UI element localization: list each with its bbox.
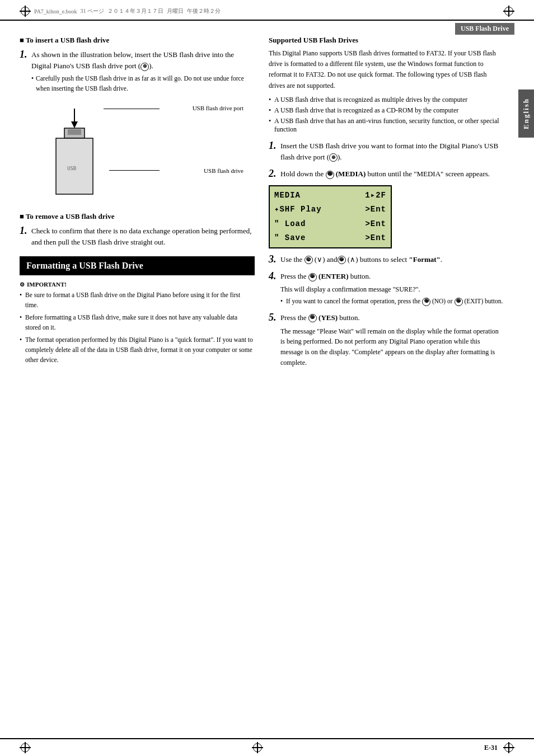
important-box: IMPORTANT! Be sure to format a USB flash… [20,281,255,365]
sb-text-1: A USB flash drive that is recognized as … [274,96,467,104]
lcd-row-3-right: >Ent [365,217,386,231]
lcd-row-1-right: 1▸2F [365,189,386,203]
lcd-row-4-left: " Save [274,231,306,245]
reg-mark-left [20,6,31,17]
important-item-1: Be sure to format a USB flash drive on t… [20,290,255,311]
left-column: To insert a USB flash drive 1. As shown … [20,36,255,373]
remove-step-number: 1. [20,226,29,236]
step3-icon2: ⓰ [338,256,346,264]
page-number: E-31 [484,744,498,752]
language-tab-text: English [522,98,530,129]
step3-end: buttons to select "Format". [360,255,442,264]
step1-text: Insert the USB flash drive you want to f… [280,142,498,161]
important-item-2: Before formatting a USB flash drive, mak… [20,312,255,333]
step5-end: button. [339,313,359,322]
meta-page: 31 ページ [81,7,105,15]
insert-step-text: As shown in the illustration below, inse… [31,50,234,70]
meta-day: 月曜日 [167,7,184,15]
lcd-row-1: MEDIA 1▸2F [274,189,386,203]
lcd-row-3: " Load >Ent [274,217,386,231]
right-step-4-number: 4. [269,271,278,281]
page-container: PA7_kihon_e.book 31 ページ ２０１４年３月１７日 月曜日 午… [0,0,534,756]
important-text-3: The format operation performed by this D… [25,336,253,364]
insert-step-1: 1. As shown in the illustration below, i… [20,49,255,95]
lcd-row-2-right: >Ent [365,203,386,217]
step1-port-icon: ⊕ [329,153,338,162]
important-label-text: IMPORTANT! [27,281,67,288]
step4-bold: (ENTER) [317,272,350,280]
insert-sub-bullets: Carefully push the USB flash drive in as… [31,74,255,93]
meta-file: PA7_kihon_e.book [34,8,77,15]
important-item-3: The format operation performed by this D… [20,335,255,365]
right-step-2-number: 2. [269,168,278,179]
important-text-1: Be sure to format a USB flash drive on t… [25,292,240,308]
important-text-2: Before formatting a USB flash drive, mak… [25,314,237,331]
right-step-1-body: Insert the USB flash drive you want to f… [280,140,504,163]
insert-step-number: 1. [20,49,29,59]
step4-bullet-text: If you want to cancel the format operati… [286,298,422,304]
meta-time: 午後２時２分 [187,7,221,15]
usb-flash-drive-title: USB Flash Drive [455,23,514,35]
step4-exit-icon: ⓱ [455,298,463,306]
svg-marker-1 [71,121,78,128]
step4-exit-label: (EXIT) button. [463,298,503,304]
bottom-bar: E-31 [0,738,534,756]
remove-step-1: 1. Check to confirm that there is no dat… [20,226,255,248]
step5-body-text: The message "Please Wait" will remain on… [280,326,504,368]
insert-bullet-text: Carefully push the USB flash drive in as… [36,74,255,93]
step5-text: Press the [280,313,308,322]
lcd-row-4-right: >Ent [365,231,386,245]
lcd-row-1-left: MEDIA [274,189,301,203]
right-step-3: 3. Use the ⓯ (∨) and⓰ (∧) buttons to sel… [269,254,504,265]
right-step-4-body: Press the ⓱ (ENTER) button. This will di… [280,271,504,307]
step4-icon: ⓱ [308,273,317,281]
right-step-5: 5. Press the ⓱ (YES) button. The message… [269,312,504,368]
step3-icon1: ⓯ [305,256,313,264]
usb-diagram: USB flash drive port USB [25,100,249,206]
reg-mark-bottom-left [20,742,31,753]
step3-label1: (∨) [313,255,327,264]
insert-heading: To insert a USB flash drive [20,36,255,45]
right-step-5-number: 5. [269,312,278,322]
meta-date: ２０１４年３月１７日 [107,7,163,15]
sb-text-3: A USB flash drive that has an anti-virus… [274,117,499,133]
insert-bullet-1: Carefully push the USB flash drive in as… [31,74,255,93]
supported-heading: Supported USB Flash Drives [269,36,504,45]
step4-no-icon: ⓱ [422,298,430,306]
svg-text:USB: USB [67,166,76,171]
step4-sub-text: This will display a confirmation message… [280,285,420,293]
right-step-3-body: Use the ⓯ (∨) and⓰ (∧) buttons to select… [280,254,504,265]
step2-text: Hold down the [280,170,326,178]
right-step-2-body: Hold down the ⓫ (MEDIA) button until the… [280,168,504,180]
step4-text: Press the [280,272,308,280]
step4-no-label: (NO) or [430,298,454,304]
supported-bullet-3: A USB flash drive that has an anti-virus… [269,117,504,134]
right-step-1: 1. Insert the USB flash drive you want t… [269,140,504,163]
reg-mark-bottom-center [252,742,263,753]
right-step-5-body: Press the ⓱ (YES) button. The message "P… [280,312,504,368]
language-tab: English [518,90,534,138]
insert-step-end: ). [149,62,153,70]
step4-sub: This will display a confirmation message… [280,284,504,295]
remove-heading: To remove a USB flash drive [20,212,255,221]
step2-end: button until the "MEDIA" screen appears. [367,170,490,178]
diagram-label-port-text: USB flash drive port [193,105,243,111]
svg-rect-4 [68,129,81,135]
step4-bullet: • If you want to cancel the format opera… [280,297,504,307]
sb-text-2: A USB flash drive that is recognized as … [274,106,458,114]
step3-and: and [327,255,338,264]
header-left: PA7_kihon_e.book 31 ページ ２０１４年３月１７日 月曜日 午… [20,6,221,17]
diagram-label-port: USB flash drive port [193,105,243,111]
important-items: Be sure to format a USB flash drive on t… [20,290,255,365]
step2-bold: (MEDIA) [334,170,368,178]
bottom-right: E-31 [484,742,514,753]
step1-end: ). [338,153,342,161]
right-step-1-number: 1. [269,140,278,151]
bottom-center [31,742,484,753]
step3-label2: (∧) [346,255,360,264]
step4-end: button. [350,272,371,280]
right-step-3-number: 3. [269,254,278,264]
right-step-4: 4. Press the ⓱ (ENTER) button. This will… [269,271,504,307]
format-heading: Formatting a USB Flash Drive [20,256,255,275]
lcd-row-4: " Save >Ent [274,231,386,245]
